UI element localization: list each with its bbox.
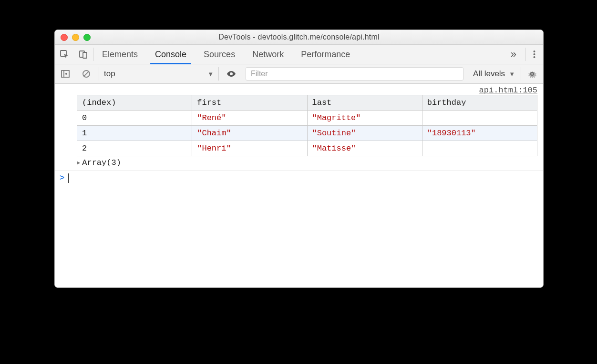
svg-rect-2 (83, 52, 87, 58)
cell-first: "Chaim" (192, 126, 307, 141)
settings-menu-button[interactable] (525, 45, 543, 64)
tab-sources[interactable]: Sources (195, 45, 244, 64)
tab-network[interactable]: Network (244, 45, 292, 64)
col-index[interactable]: (index) (77, 95, 192, 111)
cell-first: "Henri" (192, 141, 307, 156)
window-zoom-button[interactable] (83, 34, 91, 41)
text-cursor (68, 173, 69, 183)
filter-input[interactable] (246, 67, 463, 81)
cell-last: "Magritte" (307, 111, 422, 126)
tab-label: Elements (102, 50, 138, 60)
table-header-row: (index) first last birthday (77, 95, 537, 111)
cell-first: "René" (192, 111, 307, 126)
console-table: (index) first last birthday 0 "René" "Ma… (77, 95, 537, 156)
col-first[interactable]: first (192, 95, 307, 111)
console-prompt[interactable]: > (55, 170, 543, 186)
cell-birthday: "18930113" (422, 126, 537, 141)
more-tabs-button[interactable]: » (502, 45, 525, 64)
tab-label: Console (155, 50, 186, 60)
table-row: 0 "René" "Magritte" (77, 111, 537, 126)
cell-birthday (422, 141, 537, 156)
context-label: top (104, 69, 115, 79)
tab-label: Performance (301, 50, 350, 60)
cell-index: 1 (77, 126, 192, 141)
log-levels-selector[interactable]: All levels ▼ (467, 69, 521, 79)
tab-list: Elements Console Sources Network Perform… (93, 45, 502, 64)
tab-label: Network (252, 50, 284, 60)
svg-point-4 (534, 53, 535, 55)
toggle-console-drawer-icon[interactable] (55, 64, 76, 83)
panel-tabs: Elements Console Sources Network Perform… (55, 45, 543, 64)
array-summary-label: Array(3) (82, 158, 121, 167)
array-disclosure[interactable]: ▶ Array(3) (55, 156, 543, 170)
disclosure-triangle-icon: ▶ (77, 159, 80, 166)
chevron-right-icon: » (511, 48, 516, 61)
cell-birthday (422, 111, 537, 126)
source-link[interactable]: api.html:105 (479, 86, 537, 95)
levels-label: All levels (473, 69, 505, 79)
devtools-window: DevTools - devtools.glitch.me/console/ap… (54, 30, 544, 288)
chevron-down-icon: ▼ (509, 71, 515, 78)
console-toolbar: top ▼ All levels ▼ (55, 64, 543, 84)
source-location: api.html:105 (55, 84, 543, 95)
live-expression-icon[interactable] (221, 69, 242, 79)
titlebar: DevTools - devtools.glitch.me/console/ap… (55, 30, 543, 45)
svg-point-5 (534, 56, 535, 58)
col-last[interactable]: last (307, 95, 422, 111)
prompt-glyph: > (60, 173, 64, 182)
tab-elements[interactable]: Elements (93, 45, 146, 64)
table-row: 1 "Chaim" "Soutine" "18930113" (77, 126, 537, 141)
clear-console-icon[interactable] (76, 64, 97, 83)
window-title: DevTools - devtools.glitch.me/console/ap… (55, 33, 543, 41)
console-settings-icon[interactable] (521, 67, 543, 81)
cell-last: "Matisse" (307, 141, 422, 156)
console-body: api.html:105 (index) first last birthday… (55, 84, 543, 287)
window-close-button[interactable] (61, 34, 68, 41)
chevron-down-icon: ▼ (207, 71, 214, 78)
tab-label: Sources (204, 50, 235, 60)
traffic-lights (55, 34, 91, 41)
execution-context-selector[interactable]: top ▼ (99, 67, 219, 81)
window-minimize-button[interactable] (72, 34, 79, 41)
cell-index: 0 (77, 111, 192, 126)
device-toggle-icon[interactable] (74, 45, 93, 64)
cell-last: "Soutine" (307, 126, 422, 141)
tab-console[interactable]: Console (146, 45, 195, 64)
table-row: 2 "Henri" "Matisse" (77, 141, 537, 156)
col-birthday[interactable]: birthday (422, 95, 537, 111)
svg-point-8 (230, 72, 233, 75)
inspect-element-icon[interactable] (55, 45, 74, 64)
tab-performance[interactable]: Performance (292, 45, 359, 64)
cell-index: 2 (77, 141, 192, 156)
svg-point-3 (534, 51, 535, 52)
console-table-wrapper: (index) first last birthday 0 "René" "Ma… (55, 95, 543, 156)
